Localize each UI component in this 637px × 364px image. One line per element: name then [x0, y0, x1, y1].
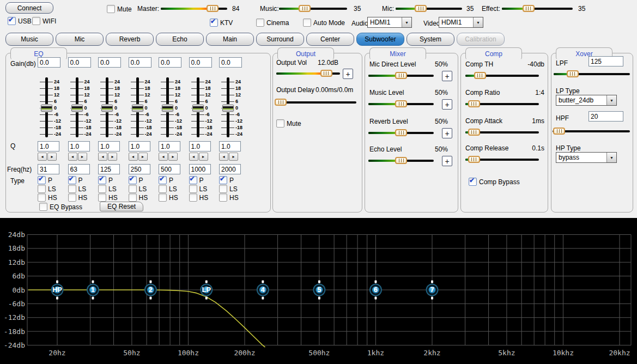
slider-knob[interactable]	[395, 72, 407, 79]
comp-param-slider[interactable]	[465, 100, 539, 108]
fader-handle[interactable]	[192, 105, 204, 112]
type-ls-checkbox[interactable]: LS	[68, 185, 87, 193]
fader-handle[interactable]	[41, 105, 52, 112]
q-input[interactable]	[68, 141, 90, 151]
type-hs-checkbox[interactable]: HS	[189, 193, 209, 202]
type-hs-checkbox[interactable]: HS	[129, 193, 148, 202]
type-hs-checkbox[interactable]: HS	[38, 193, 57, 202]
arrow-right-icon[interactable]: ▸	[78, 153, 87, 161]
gain-input[interactable]	[219, 57, 242, 68]
tab-reverb[interactable]: Reverb	[106, 33, 154, 46]
eq-reset-button[interactable]: EQ Reset	[100, 202, 143, 211]
freq-input[interactable]	[189, 164, 211, 174]
output-mute-checkbox[interactable]: Mute	[276, 119, 301, 128]
type-ls-checkbox[interactable]: LS	[219, 185, 238, 193]
tab-echo[interactable]: Echo	[156, 33, 204, 46]
gain-input[interactable]	[129, 57, 151, 68]
comp-param-slider[interactable]	[465, 129, 539, 136]
type-p-checkbox[interactable]: P	[38, 176, 52, 184]
lp-type-select[interactable]: butter_24db ▼	[556, 95, 617, 106]
q-input[interactable]	[189, 141, 211, 151]
slider-knob[interactable]	[468, 129, 480, 136]
slider-knob[interactable]	[299, 5, 311, 12]
gain-fader[interactable]: 24181260-6-12-18-24	[159, 75, 189, 139]
type-p-checkbox[interactable]: P	[98, 176, 113, 184]
freq-input[interactable]	[219, 164, 241, 174]
arrow-right-icon[interactable]: ▸	[199, 153, 208, 161]
slider-knob[interactable]	[415, 5, 427, 12]
arrow-right-icon[interactable]: ▸	[47, 153, 57, 161]
mixer-increase-button[interactable]: +	[442, 128, 452, 138]
mixer-increase-button[interactable]: +	[442, 156, 452, 166]
type-ls-checkbox[interactable]: LS	[98, 185, 117, 193]
tab-center[interactable]: Center	[306, 33, 354, 46]
type-p-checkbox[interactable]: P	[219, 176, 234, 184]
type-hs-checkbox[interactable]: HS	[219, 193, 239, 202]
mute-checkbox[interactable]: Mute	[107, 5, 132, 13]
type-p-checkbox[interactable]: P	[68, 176, 83, 184]
comp-param-slider[interactable]	[465, 156, 539, 163]
video-select[interactable]: HDMI1 ▼	[439, 17, 483, 28]
master-slider[interactable]	[161, 5, 227, 13]
q-input[interactable]	[98, 141, 120, 151]
comp-bypass-checkbox[interactable]: Comp Bypass	[469, 178, 520, 186]
arrow-left-icon[interactable]: ◂	[189, 153, 198, 161]
effect-slider[interactable]	[502, 5, 573, 13]
arrow-left-icon[interactable]: ◂	[68, 153, 77, 161]
freq-input[interactable]	[38, 164, 59, 174]
q-input[interactable]	[129, 141, 150, 151]
freq-input[interactable]	[129, 164, 150, 174]
q-input[interactable]	[159, 141, 180, 151]
comp-param-slider[interactable]	[465, 72, 539, 80]
type-ls-checkbox[interactable]: LS	[189, 185, 208, 193]
marker-1[interactable]: 1	[87, 281, 99, 300]
slider-knob[interactable]	[468, 100, 480, 107]
tab-subwoofer[interactable]: Subwoofer	[356, 33, 404, 46]
marker-4[interactable]: 4	[257, 281, 269, 300]
slider-knob[interactable]	[320, 70, 332, 77]
gain-input[interactable]	[159, 57, 181, 68]
slider-knob[interactable]	[395, 129, 407, 136]
freq-input[interactable]	[159, 164, 180, 174]
music-slider[interactable]	[279, 5, 347, 13]
arrow-left-icon[interactable]: ◂	[38, 153, 47, 161]
output-vol-increase-button[interactable]: +	[343, 69, 353, 79]
gain-fader[interactable]: 24181260-6-12-18-24	[189, 75, 220, 139]
type-hs-checkbox[interactable]: HS	[98, 193, 118, 202]
slider-track[interactable]	[275, 101, 356, 104]
hpf-input[interactable]	[589, 111, 623, 122]
slider-knob[interactable]	[567, 70, 579, 77]
lpf-input[interactable]	[589, 56, 623, 66]
type-hs-checkbox[interactable]: HS	[68, 193, 88, 202]
usb-checkbox[interactable]: USB	[8, 17, 32, 25]
mixer-increase-button[interactable]: +	[442, 99, 452, 110]
output-vol-slider[interactable]	[276, 70, 340, 77]
tab-main[interactable]: Main	[206, 33, 254, 46]
type-ls-checkbox[interactable]: LS	[38, 185, 56, 193]
type-ls-checkbox[interactable]: LS	[129, 185, 147, 193]
arrow-right-icon[interactable]: ▸	[229, 153, 238, 161]
freq-input[interactable]	[98, 164, 120, 174]
arrow-left-icon[interactable]: ◂	[98, 153, 107, 161]
type-hs-checkbox[interactable]: HS	[159, 193, 178, 202]
gain-fader[interactable]: 24181260-6-12-18-24	[98, 75, 129, 139]
hpf-slider[interactable]	[553, 128, 630, 135]
fader-handle[interactable]	[132, 105, 143, 112]
tab-mic[interactable]: Mic	[56, 33, 104, 46]
gain-input[interactable]	[38, 57, 60, 68]
auto-mode-checkbox[interactable]: Auto Mode	[303, 19, 345, 27]
mixer-level-slider[interactable]	[368, 157, 434, 165]
q-input[interactable]	[219, 141, 241, 151]
ktv-checkbox[interactable]: KTV	[210, 19, 233, 27]
fader-handle[interactable]	[71, 105, 83, 112]
freq-input[interactable]	[68, 164, 90, 174]
arrow-left-icon[interactable]: ◂	[219, 153, 228, 161]
slider-knob[interactable]	[207, 5, 219, 12]
slider-knob[interactable]	[468, 156, 480, 163]
fader-handle[interactable]	[101, 105, 113, 112]
lpf-slider[interactable]	[554, 70, 630, 78]
slider-knob[interactable]	[523, 5, 535, 12]
slider-knob[interactable]	[474, 72, 486, 79]
fader-handle[interactable]	[222, 105, 234, 112]
type-p-checkbox[interactable]: P	[129, 176, 143, 184]
